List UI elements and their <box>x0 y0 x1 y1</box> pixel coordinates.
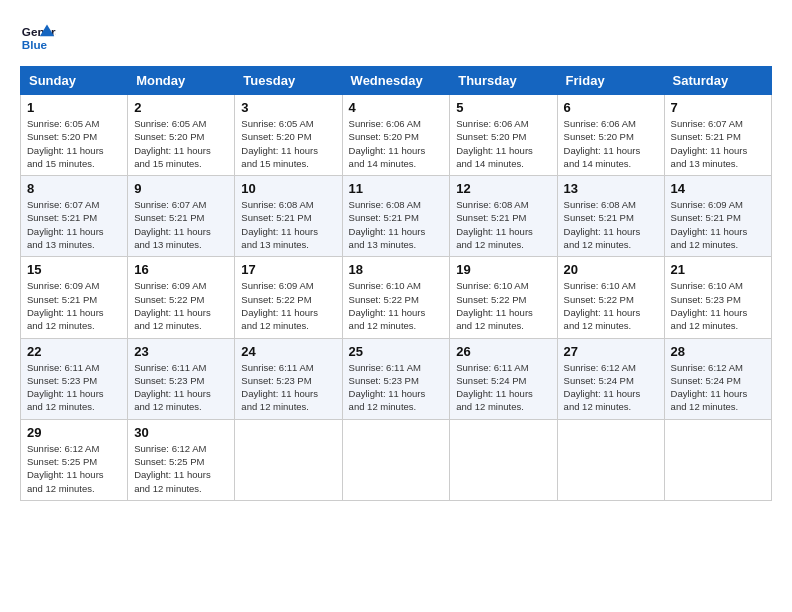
calendar-cell: 16 Sunrise: 6:09 AMSunset: 5:22 PMDaylig… <box>128 257 235 338</box>
day-info: Sunrise: 6:08 AMSunset: 5:21 PMDaylight:… <box>241 198 335 251</box>
day-info: Sunrise: 6:07 AMSunset: 5:21 PMDaylight:… <box>134 198 228 251</box>
calendar-cell: 5 Sunrise: 6:06 AMSunset: 5:20 PMDayligh… <box>450 95 557 176</box>
header-day-tuesday: Tuesday <box>235 67 342 95</box>
header-row: SundayMondayTuesdayWednesdayThursdayFrid… <box>21 67 772 95</box>
page-header: General Blue <box>20 20 772 56</box>
day-number: 11 <box>349 181 444 196</box>
day-info: Sunrise: 6:11 AMSunset: 5:23 PMDaylight:… <box>134 361 228 414</box>
calendar-cell: 29 Sunrise: 6:12 AMSunset: 5:25 PMDaylig… <box>21 419 128 500</box>
calendar-body: 1 Sunrise: 6:05 AMSunset: 5:20 PMDayligh… <box>21 95 772 501</box>
calendar-cell: 18 Sunrise: 6:10 AMSunset: 5:22 PMDaylig… <box>342 257 450 338</box>
day-info: Sunrise: 6:06 AMSunset: 5:20 PMDaylight:… <box>456 117 550 170</box>
day-number: 19 <box>456 262 550 277</box>
calendar-cell <box>557 419 664 500</box>
day-info: Sunrise: 6:05 AMSunset: 5:20 PMDaylight:… <box>241 117 335 170</box>
calendar-cell <box>450 419 557 500</box>
day-info: Sunrise: 6:07 AMSunset: 5:21 PMDaylight:… <box>27 198 121 251</box>
day-info: Sunrise: 6:07 AMSunset: 5:21 PMDaylight:… <box>671 117 765 170</box>
day-info: Sunrise: 6:10 AMSunset: 5:22 PMDaylight:… <box>564 279 658 332</box>
calendar-cell: 10 Sunrise: 6:08 AMSunset: 5:21 PMDaylig… <box>235 176 342 257</box>
day-number: 4 <box>349 100 444 115</box>
calendar-week-3: 15 Sunrise: 6:09 AMSunset: 5:21 PMDaylig… <box>21 257 772 338</box>
header-day-monday: Monday <box>128 67 235 95</box>
day-number: 23 <box>134 344 228 359</box>
svg-text:Blue: Blue <box>22 38 48 51</box>
day-number: 9 <box>134 181 228 196</box>
calendar-cell: 17 Sunrise: 6:09 AMSunset: 5:22 PMDaylig… <box>235 257 342 338</box>
day-info: Sunrise: 6:11 AMSunset: 5:24 PMDaylight:… <box>456 361 550 414</box>
day-number: 21 <box>671 262 765 277</box>
day-info: Sunrise: 6:09 AMSunset: 5:22 PMDaylight:… <box>241 279 335 332</box>
day-number: 26 <box>456 344 550 359</box>
day-number: 20 <box>564 262 658 277</box>
day-number: 28 <box>671 344 765 359</box>
day-number: 2 <box>134 100 228 115</box>
day-number: 1 <box>27 100 121 115</box>
day-info: Sunrise: 6:08 AMSunset: 5:21 PMDaylight:… <box>349 198 444 251</box>
calendar-cell <box>664 419 771 500</box>
calendar-table: SundayMondayTuesdayWednesdayThursdayFrid… <box>20 66 772 501</box>
day-number: 24 <box>241 344 335 359</box>
day-number: 14 <box>671 181 765 196</box>
day-info: Sunrise: 6:05 AMSunset: 5:20 PMDaylight:… <box>134 117 228 170</box>
logo: General Blue <box>20 20 56 56</box>
calendar-cell: 13 Sunrise: 6:08 AMSunset: 5:21 PMDaylig… <box>557 176 664 257</box>
day-info: Sunrise: 6:06 AMSunset: 5:20 PMDaylight:… <box>564 117 658 170</box>
day-info: Sunrise: 6:12 AMSunset: 5:25 PMDaylight:… <box>134 442 228 495</box>
calendar-cell: 26 Sunrise: 6:11 AMSunset: 5:24 PMDaylig… <box>450 338 557 419</box>
day-info: Sunrise: 6:11 AMSunset: 5:23 PMDaylight:… <box>241 361 335 414</box>
calendar-week-5: 29 Sunrise: 6:12 AMSunset: 5:25 PMDaylig… <box>21 419 772 500</box>
day-number: 12 <box>456 181 550 196</box>
calendar-cell: 4 Sunrise: 6:06 AMSunset: 5:20 PMDayligh… <box>342 95 450 176</box>
calendar-cell: 25 Sunrise: 6:11 AMSunset: 5:23 PMDaylig… <box>342 338 450 419</box>
calendar-week-4: 22 Sunrise: 6:11 AMSunset: 5:23 PMDaylig… <box>21 338 772 419</box>
day-info: Sunrise: 6:10 AMSunset: 5:22 PMDaylight:… <box>456 279 550 332</box>
logo-icon: General Blue <box>20 20 56 56</box>
calendar-cell: 11 Sunrise: 6:08 AMSunset: 5:21 PMDaylig… <box>342 176 450 257</box>
day-number: 10 <box>241 181 335 196</box>
calendar-cell: 12 Sunrise: 6:08 AMSunset: 5:21 PMDaylig… <box>450 176 557 257</box>
calendar-cell: 23 Sunrise: 6:11 AMSunset: 5:23 PMDaylig… <box>128 338 235 419</box>
calendar-cell: 22 Sunrise: 6:11 AMSunset: 5:23 PMDaylig… <box>21 338 128 419</box>
calendar-cell: 15 Sunrise: 6:09 AMSunset: 5:21 PMDaylig… <box>21 257 128 338</box>
calendar-cell: 2 Sunrise: 6:05 AMSunset: 5:20 PMDayligh… <box>128 95 235 176</box>
header-day-friday: Friday <box>557 67 664 95</box>
day-info: Sunrise: 6:12 AMSunset: 5:24 PMDaylight:… <box>671 361 765 414</box>
header-day-saturday: Saturday <box>664 67 771 95</box>
calendar-cell <box>342 419 450 500</box>
day-number: 5 <box>456 100 550 115</box>
header-day-thursday: Thursday <box>450 67 557 95</box>
day-number: 6 <box>564 100 658 115</box>
calendar-header: SundayMondayTuesdayWednesdayThursdayFrid… <box>21 67 772 95</box>
day-number: 17 <box>241 262 335 277</box>
day-info: Sunrise: 6:11 AMSunset: 5:23 PMDaylight:… <box>27 361 121 414</box>
day-number: 8 <box>27 181 121 196</box>
calendar-cell: 8 Sunrise: 6:07 AMSunset: 5:21 PMDayligh… <box>21 176 128 257</box>
calendar-cell <box>235 419 342 500</box>
calendar-cell: 21 Sunrise: 6:10 AMSunset: 5:23 PMDaylig… <box>664 257 771 338</box>
calendar-cell: 9 Sunrise: 6:07 AMSunset: 5:21 PMDayligh… <box>128 176 235 257</box>
calendar-cell: 19 Sunrise: 6:10 AMSunset: 5:22 PMDaylig… <box>450 257 557 338</box>
day-info: Sunrise: 6:08 AMSunset: 5:21 PMDaylight:… <box>456 198 550 251</box>
day-number: 13 <box>564 181 658 196</box>
day-info: Sunrise: 6:10 AMSunset: 5:22 PMDaylight:… <box>349 279 444 332</box>
day-number: 3 <box>241 100 335 115</box>
calendar-cell: 28 Sunrise: 6:12 AMSunset: 5:24 PMDaylig… <box>664 338 771 419</box>
day-number: 16 <box>134 262 228 277</box>
day-info: Sunrise: 6:06 AMSunset: 5:20 PMDaylight:… <box>349 117 444 170</box>
day-number: 30 <box>134 425 228 440</box>
header-day-sunday: Sunday <box>21 67 128 95</box>
day-number: 15 <box>27 262 121 277</box>
day-number: 25 <box>349 344 444 359</box>
calendar-cell: 1 Sunrise: 6:05 AMSunset: 5:20 PMDayligh… <box>21 95 128 176</box>
day-number: 18 <box>349 262 444 277</box>
calendar-week-1: 1 Sunrise: 6:05 AMSunset: 5:20 PMDayligh… <box>21 95 772 176</box>
calendar-cell: 30 Sunrise: 6:12 AMSunset: 5:25 PMDaylig… <box>128 419 235 500</box>
day-info: Sunrise: 6:09 AMSunset: 5:21 PMDaylight:… <box>27 279 121 332</box>
day-info: Sunrise: 6:12 AMSunset: 5:25 PMDaylight:… <box>27 442 121 495</box>
day-number: 29 <box>27 425 121 440</box>
day-info: Sunrise: 6:08 AMSunset: 5:21 PMDaylight:… <box>564 198 658 251</box>
day-info: Sunrise: 6:05 AMSunset: 5:20 PMDaylight:… <box>27 117 121 170</box>
day-info: Sunrise: 6:09 AMSunset: 5:22 PMDaylight:… <box>134 279 228 332</box>
calendar-cell: 24 Sunrise: 6:11 AMSunset: 5:23 PMDaylig… <box>235 338 342 419</box>
